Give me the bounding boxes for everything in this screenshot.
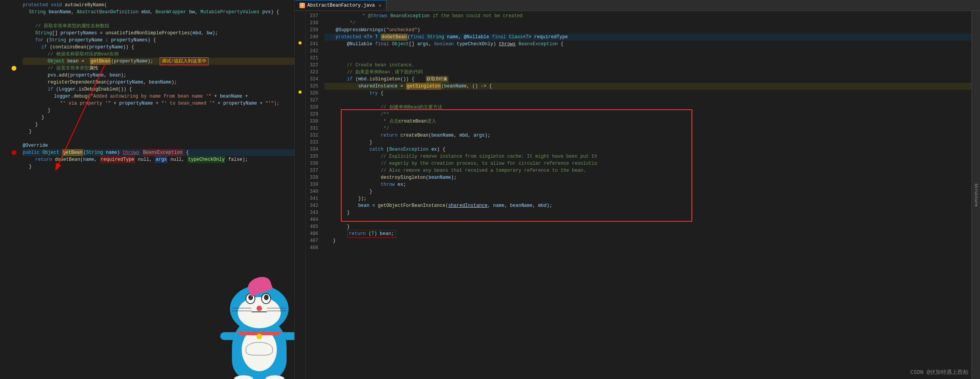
code-line-404: [324, 216, 971, 223]
tab-close-icon[interactable]: ✕: [379, 3, 381, 9]
code-line-326: try {: [324, 90, 971, 97]
code-line-407: }: [324, 237, 971, 244]
code-line: }: [23, 114, 294, 121]
code-line-405: }: [324, 223, 971, 230]
code-line-329: /**: [324, 111, 971, 118]
code-line: logger.debug("Added autowiring by name f…: [23, 93, 294, 100]
code-line: protected void autowireByName(: [23, 2, 294, 9]
code-line: return doGetBean(name, requiredType null…: [23, 156, 294, 163]
right-panel: J AbstractBeanFactory.java ✕: [295, 0, 980, 379]
structure-text: Structure: [974, 183, 978, 206]
code-line-322: // Create bean instance.: [324, 62, 971, 69]
code-line-getBean-def: public Object getBean(String name) throw…: [23, 149, 294, 156]
code-line-237: * @throws BeansException if the bean cou…: [324, 12, 971, 20]
code-line-334: catch (BeansException ex) {: [324, 146, 971, 153]
tab-abstract-bean-factory[interactable]: J AbstractBeanFactory.java ✕: [295, 0, 387, 11]
code-line: String[] propertyNames = unsatisfiedNonS…: [23, 30, 294, 37]
code-line-324: if (mbd.isSingleton()) { 获取B对象: [324, 76, 971, 83]
code-line: String beanName, AbstractBeanDefinition …: [23, 9, 294, 16]
code-line-336: // eagerly by the creation process, to a…: [324, 160, 971, 167]
watermark: CSDN @伏加特遇上西柏: [911, 369, 968, 376]
code-line: for (String propertyName : propertyNames…: [23, 37, 294, 44]
code-line: "' via property '" + propertyName + "' t…: [23, 100, 294, 107]
code-line-331: */: [324, 125, 971, 132]
code-line-325: sharedInstance = getSingleton (beanName,…: [324, 83, 971, 90]
code-line-337: // Also remove any beans that received a…: [324, 167, 971, 174]
code-line: }: [23, 107, 294, 114]
gutter: ⬤ ⬤: [295, 11, 306, 379]
code-line-238: */: [324, 20, 971, 27]
right-line-numbers: 237 238 239 240 241 242 321 322 323 324 …: [306, 11, 321, 379]
code-line: [23, 16, 294, 23]
tab-label: AbstractBeanFactory.java: [307, 3, 375, 8]
code-line: }: [23, 128, 294, 135]
doraemon-image: [216, 278, 294, 379]
return-highlight-box: return (T) bean;: [347, 230, 396, 238]
code-line-330: * 点击 createBean 进入: [324, 118, 971, 125]
tab-bar: J AbstractBeanFactory.java ✕: [295, 0, 980, 11]
code-line-342: bean = getObjectForBeanInstance(sharedIn…: [324, 202, 971, 209]
code-line: }: [23, 121, 294, 128]
code-line-241: @Nullable final Object[] args, boolean t…: [324, 41, 971, 48]
code-line: registerDependentBean(propertyName, bean…: [23, 79, 294, 86]
code-line-338: destroySingleton(beanName);: [324, 174, 971, 181]
java-file-icon: J: [299, 3, 305, 8]
code-line-321: [324, 55, 971, 62]
code-line: pvs.add(propertyName, bean);: [23, 72, 294, 79]
left-panel: ⬤ ⬤ protected vo: [0, 0, 295, 379]
code-line-332: return createBean(beanName, mbd, args);: [324, 132, 971, 139]
code-line-335: // Explicitly remove instance from singl…: [324, 153, 971, 160]
code-line: if (containsBean(propertyName)) {: [23, 44, 294, 51]
debug-marker: ⬤: [298, 90, 302, 94]
code-line-239: @SuppressWarnings("unchecked"): [324, 27, 971, 34]
left-line-numbers: ⬤ ⬤: [0, 0, 20, 379]
left-code-content: protected void autowireByName( String be…: [20, 0, 294, 379]
main-container: ⬤ ⬤ protected vo: [0, 0, 980, 379]
code-line-340: }: [324, 188, 971, 195]
code-line: [23, 135, 294, 142]
code-line-406: return (T) bean;: [324, 230, 971, 237]
left-code-area: ⬤ ⬤ protected vo: [0, 0, 294, 379]
code-line: @Override: [23, 142, 294, 149]
right-code-area: ⬤ ⬤: [295, 11, 971, 379]
breakpoint-icon: ⬤: [298, 41, 302, 44]
code-line-408: [324, 244, 971, 251]
code-line-341: });: [324, 195, 971, 202]
code-line: // 根据名称获取对应的Bean实例: [23, 51, 294, 58]
code-line-339: throw ex;: [324, 181, 971, 188]
code-line-getBean: Object bean = getBean(propertyName); 调试/…: [23, 58, 294, 65]
structure-label: Structure: [971, 11, 980, 379]
code-line-323: // 如果是单例Bean，请下面的代码: [324, 69, 971, 76]
code-line: // 设置非简单类型属性: [23, 65, 294, 72]
code-line-240: protected <T> T doGetBean (final String …: [324, 34, 971, 41]
code-line: }: [23, 163, 294, 170]
code-line-328: // 创建单例Bean的主要方法: [324, 104, 971, 111]
code-line-343: }: [324, 209, 971, 216]
right-code-content: * @throws BeansException if the bean cou…: [321, 11, 971, 379]
code-line-327: [324, 97, 971, 104]
code-line-242: [324, 48, 971, 55]
code-line: if (Logger.isDebugEnabled()) {: [23, 86, 294, 93]
annotation-label: 调试/追踪入到这里中: [160, 57, 208, 65]
code-line-333: }: [324, 139, 971, 146]
code-line: // 获取非简单类型的属性名称数组: [23, 23, 294, 30]
right-panel-inner: ⬤ ⬤: [295, 11, 980, 379]
